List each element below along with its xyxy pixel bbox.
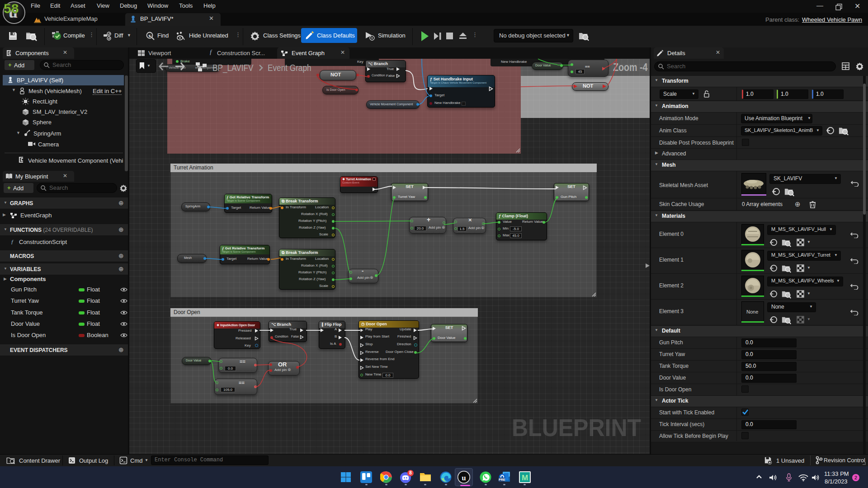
svg-text:M: M xyxy=(522,474,528,482)
svg-text:u: u xyxy=(462,474,466,482)
svg-text:☯: ☯ xyxy=(148,33,152,38)
